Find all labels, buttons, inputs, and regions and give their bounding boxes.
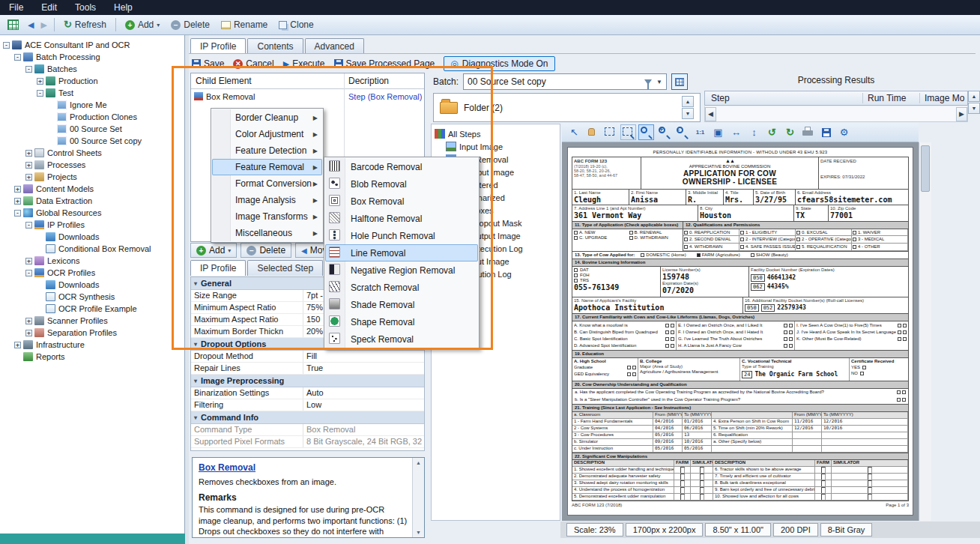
- zoom-area-icon[interactable]: [620, 124, 636, 140]
- submenu-item[interactable]: Negative Region Removal: [325, 262, 478, 279]
- property-value[interactable]: Low: [303, 399, 424, 411]
- delete-button[interactable]: −Delete: [166, 18, 214, 31]
- tree-item[interactable]: + Separation Profiles: [0, 327, 184, 339]
- property-row[interactable]: Command TypeBox Removal: [191, 424, 424, 436]
- expand-toggle-icon[interactable]: +: [14, 342, 21, 348]
- zoom-out-icon[interactable]: -: [674, 124, 690, 140]
- tree-item[interactable]: - Batch Processing: [0, 51, 184, 63]
- property-row[interactable]: FilteringLow: [191, 399, 424, 411]
- section-command-info[interactable]: ▾Command Info: [191, 411, 424, 424]
- expand-toggle-icon[interactable]: -: [14, 210, 21, 217]
- zoom-in-icon[interactable]: +: [656, 124, 672, 140]
- tree-item[interactable]: + Lexicons: [0, 255, 184, 267]
- settings-wrench-icon[interactable]: ⚙: [836, 124, 852, 140]
- property-value[interactable]: Auto: [303, 387, 424, 399]
- column-header-image-modified[interactable]: Image Mo: [919, 93, 967, 103]
- rubber-band-zoom-icon[interactable]: [602, 124, 618, 140]
- context-menu-item[interactable]: Border Cleanup ▶: [212, 109, 322, 126]
- expand-toggle-icon[interactable]: -: [37, 90, 43, 97]
- tree-item[interactable]: - ACE Consultant IP and OCR: [0, 39, 184, 51]
- panel-splitter[interactable]: [185, 35, 189, 544]
- pan-tool-icon[interactable]: [584, 124, 600, 140]
- column-header-run-time[interactable]: Run Time: [862, 93, 919, 103]
- context-menu-item[interactable]: Feature Detection ▶: [212, 142, 322, 159]
- submenu-item[interactable]: Scratch Removal: [325, 279, 478, 296]
- expand-toggle-icon[interactable]: +: [25, 150, 32, 157]
- tree-item[interactable]: + Processes: [0, 159, 184, 171]
- batch-combobox[interactable]: 00 Source Set copy ▼: [463, 73, 667, 90]
- cancel-button[interactable]: ✕Cancel: [233, 58, 273, 69]
- expand-toggle-icon[interactable]: +: [25, 258, 32, 265]
- tree-item[interactable]: - Global Resources: [0, 207, 184, 219]
- expand-toggle-icon[interactable]: -: [3, 42, 10, 49]
- tree-item[interactable]: Reports: [0, 351, 184, 363]
- image-viewer-canvas[interactable]: PERSONALLY IDENTIFIABLE INFORMATION - WI…: [562, 142, 919, 521]
- context-menu-item[interactable]: Miscellaneous ▶: [212, 225, 322, 241]
- step-tab[interactable]: Selected Step: [247, 260, 323, 276]
- column-header-step[interactable]: Step: [705, 93, 862, 103]
- save-processed-page-button[interactable]: Save Processed Page: [334, 58, 435, 69]
- property-value[interactable]: True: [303, 363, 424, 374]
- property-row[interactable]: Supported Pixel Formats8 Bit Grayscale, …: [191, 436, 424, 448]
- tree-item[interactable]: - OCR Profiles: [0, 267, 184, 279]
- expand-toggle-icon[interactable]: +: [14, 186, 21, 193]
- submenu-item[interactable]: Line Removal: [325, 244, 478, 262]
- profile-tab[interactable]: Advanced: [305, 38, 364, 54]
- viewer-vertical-scrollbar[interactable]: [919, 142, 931, 521]
- save-image-icon[interactable]: [818, 124, 834, 140]
- back-button[interactable]: ◀: [25, 20, 36, 30]
- filter-icon[interactable]: [644, 79, 652, 85]
- property-value[interactable]: Fill: [303, 351, 424, 362]
- magnifier-icon[interactable]: [638, 124, 654, 140]
- scroll-up-button[interactable]: ▲: [968, 91, 980, 102]
- property-row[interactable]: Repair LinesTrue: [191, 363, 424, 375]
- grid-row-box-removal[interactable]: Box Removal Step (Box Removal): [191, 89, 424, 103]
- tree-item[interactable]: - Batches: [0, 63, 184, 75]
- scrollbar-thumb[interactable]: [921, 145, 930, 192]
- profile-tab[interactable]: IP Profile: [190, 38, 246, 54]
- menu-tools[interactable]: Tools: [66, 1, 105, 14]
- section-image-preprocessing[interactable]: ▾Image Preprocessing: [191, 375, 424, 387]
- tree-item[interactable]: OCR Profile Example: [0, 303, 184, 315]
- expand-toggle-icon[interactable]: +: [25, 174, 32, 181]
- expand-toggle-icon[interactable]: +: [14, 198, 21, 205]
- diagnostics-mode-button[interactable]: ◎Diagnostics Mode On: [444, 56, 554, 71]
- tree-item[interactable]: - IP Profiles: [0, 219, 184, 231]
- scroll-down-icon[interactable]: ▼: [416, 528, 421, 537]
- expand-toggle-icon[interactable]: -: [25, 66, 32, 73]
- folder-strip[interactable]: Folder (2) ▲ ▼: [433, 93, 701, 122]
- scroll-up-icon[interactable]: ▲: [416, 458, 421, 468]
- fit-height-icon[interactable]: ↕: [746, 124, 762, 140]
- tree-item[interactable]: + Production: [0, 75, 184, 87]
- tree-item[interactable]: + Data Extraction: [0, 195, 184, 207]
- expand-toggle-icon[interactable]: -: [25, 270, 32, 276]
- rotate-right-icon[interactable]: ↻: [782, 124, 798, 140]
- clone-button[interactable]: Clone: [274, 18, 318, 31]
- print-icon[interactable]: [800, 124, 816, 140]
- tree-item[interactable]: + Control Sheets: [0, 147, 184, 159]
- submenu-item[interactable]: Blob Removal: [325, 175, 478, 193]
- batch-view-button[interactable]: [3, 18, 23, 31]
- context-menu-item[interactable]: Image Transforms ▶: [212, 208, 322, 225]
- column-header-description[interactable]: Decription: [344, 76, 424, 86]
- submenu-item[interactable]: Hole Punch Removal: [325, 227, 478, 244]
- save-button[interactable]: Save: [192, 58, 224, 69]
- submenu-item[interactable]: Box Removal: [325, 193, 478, 210]
- tree-item[interactable]: Downloads: [0, 231, 184, 243]
- expand-toggle-icon[interactable]: +: [37, 78, 43, 85]
- select-tool-icon[interactable]: ↖: [566, 124, 582, 140]
- scroll-down-button[interactable]: ▼: [682, 108, 694, 119]
- rename-button[interactable]: Rename: [217, 18, 272, 31]
- menu-help[interactable]: Help: [105, 1, 142, 14]
- context-menu-item[interactable]: Format Conversion ▶: [212, 175, 322, 192]
- tree-item[interactable]: Production Clones: [0, 111, 184, 123]
- property-row[interactable]: Dropout MethodFill: [191, 351, 424, 363]
- help-scrollbar[interactable]: ▲ ▼: [412, 458, 424, 537]
- menu-edit[interactable]: Edit: [32, 1, 66, 14]
- fit-width-icon[interactable]: ↔: [728, 124, 744, 140]
- tree-item[interactable]: + Scanner Profiles: [0, 315, 184, 327]
- scroll-left-button[interactable]: ◀: [705, 107, 716, 121]
- tree-item[interactable]: 00 Source Set: [0, 123, 184, 135]
- tree-item[interactable]: Downloads: [0, 279, 184, 291]
- tree-item[interactable]: + Content Models: [0, 183, 184, 195]
